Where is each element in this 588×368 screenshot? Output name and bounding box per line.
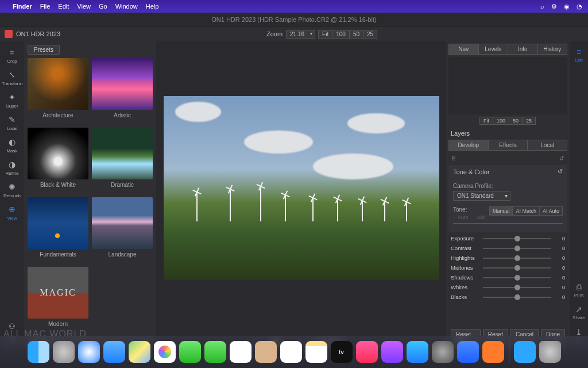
tool-local[interactable]: ✎Local xyxy=(0,112,24,133)
tone-ai-auto[interactable]: AI Auto xyxy=(539,206,563,216)
action-share[interactable]: ↗Share xyxy=(572,304,585,321)
dock-settings[interactable] xyxy=(432,341,454,363)
dock-mail[interactable] xyxy=(103,341,125,363)
tone-ai-match[interactable]: AI Match xyxy=(512,206,540,216)
dock-safari[interactable] xyxy=(78,341,100,363)
menu-help[interactable]: Help xyxy=(146,3,159,10)
mini-zoom-50[interactable]: 50 xyxy=(509,117,523,125)
menu-edit[interactable]: Edit xyxy=(58,3,69,10)
slider-knob[interactable] xyxy=(514,246,520,251)
dock-downloads[interactable] xyxy=(514,341,536,363)
slider-knob[interactable] xyxy=(514,236,520,241)
dock-app2[interactable] xyxy=(482,341,504,363)
dock-appstore[interactable] xyxy=(407,341,428,363)
tool-super[interactable]: ✦Super xyxy=(0,90,24,111)
search-icon[interactable]: ⌕ xyxy=(540,3,544,10)
canvas[interactable] xyxy=(156,41,446,335)
tool-view[interactable]: ⊕View xyxy=(0,202,24,223)
nav-preview[interactable] xyxy=(448,57,567,114)
dock-photos[interactable] xyxy=(154,341,176,363)
slider-track[interactable] xyxy=(483,287,551,288)
control-center-icon[interactable]: ⚙ xyxy=(551,3,557,10)
slider-knob[interactable] xyxy=(514,265,520,271)
slider-midtones[interactable]: Midtones0 xyxy=(446,263,570,273)
slider-knob[interactable] xyxy=(514,285,520,290)
tab-local[interactable]: Local xyxy=(528,140,567,150)
menu-go[interactable]: Go xyxy=(99,3,107,10)
dock-reminders[interactable] xyxy=(280,341,302,363)
tab-history[interactable]: History xyxy=(538,44,567,54)
menu-file[interactable]: File xyxy=(40,3,51,10)
slider-track[interactable] xyxy=(483,297,551,298)
dock-finder[interactable] xyxy=(28,341,49,363)
dock-trash[interactable] xyxy=(539,341,561,363)
preset-landscape[interactable]: Landscape xyxy=(92,197,153,263)
tool-crop[interactable]: ⌗Crop xyxy=(0,45,24,66)
zoom-fit[interactable]: Fit xyxy=(318,30,332,39)
tab-levels[interactable]: Levels xyxy=(479,44,509,54)
menu-view[interactable]: View xyxy=(77,3,91,10)
slider-track[interactable] xyxy=(483,267,551,269)
dock-tv[interactable]: tv xyxy=(331,341,353,363)
dock-messages[interactable] xyxy=(179,341,201,363)
reset-section-icon[interactable]: ↺ xyxy=(558,168,563,175)
tool-retouch[interactable]: ✺Retouch xyxy=(0,179,24,201)
slider-knob[interactable] xyxy=(514,294,520,300)
tab-nav[interactable]: Nav xyxy=(449,44,479,54)
tool-mask[interactable]: ◐Mask xyxy=(0,135,24,156)
reset-icon[interactable]: ↺ xyxy=(559,155,564,162)
slider-knob[interactable] xyxy=(514,255,520,261)
dock-launchpad[interactable] xyxy=(53,341,75,363)
slider-blacks[interactable]: Blacks0 xyxy=(446,292,570,302)
camera-profile-dropdown[interactable]: ON1 Standard xyxy=(453,191,510,201)
dock-calendar[interactable] xyxy=(230,341,252,363)
mini-zoom-25[interactable]: 25 xyxy=(522,117,536,125)
slider-label: Contrast xyxy=(451,245,479,251)
preset-modern[interactable]: MAGICModern xyxy=(28,267,88,333)
retouch-icon: ✺ xyxy=(7,182,17,192)
tab-develop[interactable]: Develop xyxy=(449,140,489,150)
zoom-50[interactable]: 50 xyxy=(349,30,363,39)
preset-architecture[interactable]: Architecture xyxy=(28,58,88,124)
menu-window[interactable]: Window xyxy=(115,3,138,10)
zoom-dropdown[interactable]: 21.16 xyxy=(286,30,315,39)
zoom-100[interactable]: 100 xyxy=(332,30,350,39)
dock-app1[interactable] xyxy=(457,341,479,363)
tool-transform[interactable]: ⤡Transform xyxy=(0,67,24,89)
tab-info[interactable]: Info xyxy=(508,44,538,54)
dock-notes[interactable] xyxy=(305,341,327,363)
slider-label: Highlights xyxy=(451,255,479,261)
preset-dramatic[interactable]: Dramatic xyxy=(92,128,153,194)
preset-tab-presets[interactable]: Presets xyxy=(28,45,60,55)
dock-contacts[interactable] xyxy=(255,341,277,363)
dock-facetime[interactable] xyxy=(204,341,226,363)
mode-edit[interactable]: ≡Edit xyxy=(575,46,583,64)
mini-zoom-fit[interactable]: Fit xyxy=(479,117,493,125)
slider-track[interactable] xyxy=(483,258,551,259)
tone-manual[interactable]: Manual xyxy=(489,206,513,216)
menubar-app-name[interactable]: Finder xyxy=(13,3,32,10)
slider-track[interactable] xyxy=(483,238,551,239)
tool-refine[interactable]: ◑Refine xyxy=(0,157,24,178)
slider-knob[interactable] xyxy=(514,275,520,281)
tab-effects[interactable]: Effects xyxy=(489,140,528,150)
copy-icon[interactable]: ⎘ xyxy=(452,155,455,162)
clock-icon[interactable]: ◔ xyxy=(577,3,582,10)
slider-shadows[interactable]: Shadows0 xyxy=(446,273,570,282)
dock-maps[interactable] xyxy=(129,341,150,363)
dock-podcasts[interactable] xyxy=(381,341,403,363)
slider-track[interactable] xyxy=(483,277,551,278)
slider-track[interactable] xyxy=(483,248,551,249)
preset-artistic[interactable]: Artistic xyxy=(92,58,153,124)
zoom-25[interactable]: 25 xyxy=(363,30,377,39)
slider-contrast[interactable]: Contrast0 xyxy=(446,243,570,253)
preset-fundamentals[interactable]: Fundamentals xyxy=(28,197,88,263)
siri-icon[interactable]: ◉ xyxy=(564,3,570,10)
action-print[interactable]: ⎙Print xyxy=(574,281,583,299)
slider-highlights[interactable]: Highlights0 xyxy=(446,253,570,263)
preset-black-white[interactable]: Black & White xyxy=(28,128,88,194)
slider-exposure[interactable]: Exposure0 xyxy=(446,233,570,243)
dock-music[interactable] xyxy=(356,341,378,363)
slider-whites[interactable]: Whites0 xyxy=(446,282,570,292)
mini-zoom-100[interactable]: 100 xyxy=(493,117,509,125)
